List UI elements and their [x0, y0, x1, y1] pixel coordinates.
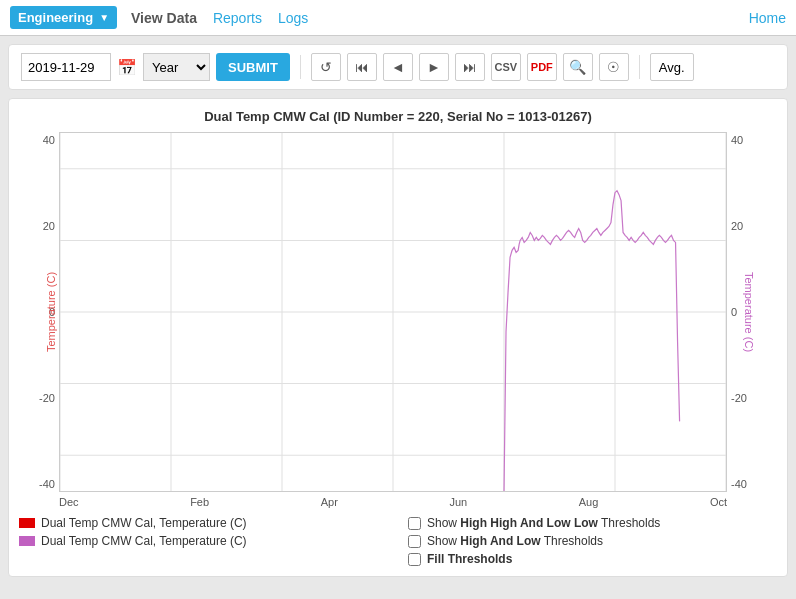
submit-button[interactable]: SUBMIT: [216, 53, 290, 81]
threshold-hl-label: Show High And Low Thresholds: [427, 534, 603, 548]
divider2: [639, 55, 640, 79]
home-link[interactable]: Home: [749, 10, 786, 26]
chart-container: Temperature (C) 40 20 0 -20 -40: [19, 132, 777, 492]
y-tick-40: 40: [43, 134, 55, 146]
engineering-label: Engineering: [18, 10, 93, 25]
x-tick-apr: Apr: [321, 496, 338, 508]
legend-left: Dual Temp CMW Cal, Temperature (C) Dual …: [19, 516, 388, 566]
y-tick-neg20: -20: [39, 392, 55, 404]
toolbar: 📅 Year Month Week Day SUBMIT ↺ ⏮ ◄ ► ⏭ C…: [8, 44, 788, 90]
first-button[interactable]: ⏮: [347, 53, 377, 81]
main-content: Dual Temp CMW Cal (ID Number = 220, Seri…: [8, 98, 788, 577]
y-right-tick-0: 0: [731, 306, 737, 318]
legend-color-red: [19, 518, 35, 528]
x-tick-aug: Aug: [579, 496, 599, 508]
legend-checkbox-2: Fill Thresholds: [408, 552, 777, 566]
nav-view-data[interactable]: View Data: [131, 10, 197, 26]
legend-item-0: Dual Temp CMW Cal, Temperature (C): [19, 516, 388, 530]
date-input[interactable]: [21, 53, 111, 81]
engineering-dropdown[interactable]: Engineering ▼: [10, 6, 117, 29]
last-button[interactable]: ⏭: [455, 53, 485, 81]
nav-reports[interactable]: Reports: [213, 10, 262, 26]
legend-checkbox-0: Show High High And Low Low Thresholds: [408, 516, 777, 530]
y-axis-left-label: Temperature (C): [45, 272, 57, 352]
x-tick-feb: Feb: [190, 496, 209, 508]
y-axis-right: 40 20 0 -20 -40 Temperature (C): [727, 132, 777, 492]
legend-section: Dual Temp CMW Cal, Temperature (C) Dual …: [19, 516, 777, 566]
header: Engineering ▼ View Data Reports Logs Hom…: [0, 0, 796, 36]
refresh-button[interactable]: ↺: [311, 53, 341, 81]
y-axis-left: Temperature (C) 40 20 0 -20 -40: [19, 132, 59, 492]
fill-threshold-label: Fill Thresholds: [427, 552, 512, 566]
y-right-tick-40: 40: [731, 134, 743, 146]
threshold-hh-ll-label: Show High High And Low Low Thresholds: [427, 516, 660, 530]
threshold-hl-checkbox[interactable]: [408, 535, 421, 548]
dropdown-arrow-icon: ▼: [99, 12, 109, 23]
legend-checkbox-1: Show High And Low Thresholds: [408, 534, 777, 548]
main-nav: View Data Reports Logs: [131, 10, 308, 26]
x-tick-oct: Oct: [710, 496, 727, 508]
divider: [300, 55, 301, 79]
next-button[interactable]: ►: [419, 53, 449, 81]
x-tick-jun: Jun: [449, 496, 467, 508]
y-right-tick-neg40: -40: [731, 478, 747, 490]
legend-color-purple: [19, 536, 35, 546]
settings-button[interactable]: ☉: [599, 53, 629, 81]
legend-label-0: Dual Temp CMW Cal, Temperature (C): [41, 516, 247, 530]
y-tick-20: 20: [43, 220, 55, 232]
zoom-button[interactable]: 🔍: [563, 53, 593, 81]
export-pdf-button[interactable]: PDF: [527, 53, 557, 81]
legend-item-1: Dual Temp CMW Cal, Temperature (C): [19, 534, 388, 548]
threshold-hh-ll-checkbox[interactable]: [408, 517, 421, 530]
nav-logs[interactable]: Logs: [278, 10, 308, 26]
x-axis: Dec Feb Apr Jun Aug Oct: [59, 492, 727, 508]
y-right-tick-20: 20: [731, 220, 743, 232]
y-tick-neg40: -40: [39, 478, 55, 490]
calendar-icon[interactable]: 📅: [117, 58, 137, 77]
chart-area: [59, 132, 727, 492]
legend-label-1: Dual Temp CMW Cal, Temperature (C): [41, 534, 247, 548]
export-csv-button[interactable]: CSV: [491, 53, 521, 81]
period-select[interactable]: Year Month Week Day: [143, 53, 210, 81]
chart-svg: [60, 133, 726, 491]
x-tick-dec: Dec: [59, 496, 79, 508]
legend-right: Show High High And Low Low Thresholds Sh…: [408, 516, 777, 566]
y-right-tick-neg20: -20: [731, 392, 747, 404]
prev-button[interactable]: ◄: [383, 53, 413, 81]
fill-threshold-checkbox[interactable]: [408, 553, 421, 566]
avg-button[interactable]: Avg.: [650, 53, 694, 81]
y-axis-right-label: Temperature (C): [743, 272, 755, 352]
chart-title: Dual Temp CMW Cal (ID Number = 220, Seri…: [19, 109, 777, 124]
